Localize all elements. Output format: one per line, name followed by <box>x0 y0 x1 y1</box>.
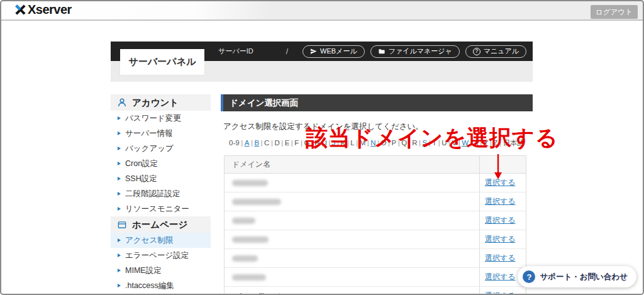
domain-table: ドメイン名 選択する選択する選択する選択する選択する選択するsabamojiin… <box>224 155 526 295</box>
select-domain-link[interactable]: 選択する <box>485 234 516 245</box>
server-panel-band: サーバーID / WEBメールファイルマネージャ?マニュアル サーバーパネル <box>111 42 533 82</box>
select-domain-link[interactable]: 選択する <box>485 215 516 226</box>
page-title: ドメイン選択画面 <box>221 94 533 111</box>
sidebar-item-サーバー情報[interactable]: サーバー情報 <box>111 126 211 141</box>
browser-icon <box>117 220 127 230</box>
blurred-domain-name <box>232 218 255 224</box>
sidebar-item-label: .htaccess編集 <box>125 281 174 291</box>
select-domain-link[interactable]: 選択する <box>485 196 516 207</box>
send-icon <box>310 48 317 55</box>
sidebar-item-label: パスワード変更 <box>125 113 181 124</box>
support-button-label: サポート・お問い合わせ <box>540 272 628 282</box>
server-id-label: サーバーID <box>218 47 253 56</box>
blurred-domain-name <box>232 180 268 186</box>
sidebar-item-label: リソースモニター <box>125 204 189 214</box>
chevron-right-icon <box>118 162 121 165</box>
toolbar-button-マニュアル[interactable]: ?マニュアル <box>465 45 526 58</box>
sidebar-item-label: エラーページ設定 <box>125 250 189 261</box>
filter-letter-B[interactable]: B <box>254 139 259 147</box>
xserver-logo-icon <box>14 3 27 16</box>
sidebar-item-Cron設定[interactable]: Cron設定 <box>111 156 211 171</box>
toolbar-button-ファイルマネージャ[interactable]: ファイルマネージャ <box>370 45 460 58</box>
chevron-right-icon <box>118 116 121 120</box>
filter-separator: | <box>259 139 264 147</box>
select-domain-link[interactable]: 選択する <box>485 253 516 264</box>
blurred-domain-name <box>232 199 281 205</box>
toolbar-button-label: マニュアル <box>484 47 519 56</box>
filter-separator: | <box>240 139 245 147</box>
table-row: sabamojiin.net選択する <box>225 287 526 295</box>
sidebar: アカウントパスワード変更サーバー情報バックアップCron設定SSH設定二段階認証… <box>111 94 211 295</box>
filter-letter-D: D <box>274 139 279 147</box>
question-icon: ? <box>473 48 480 55</box>
sidebar-item-label: アクセス制限 <box>125 235 173 246</box>
domain-column-header: ドメイン名 <box>225 156 479 173</box>
sidebar-section-title: ホームページ <box>132 219 187 231</box>
xserver-logo: Xserver <box>14 0 72 19</box>
table-row: 選択する <box>225 211 526 230</box>
sidebar-item-SSH設定[interactable]: SSH設定 <box>111 171 211 186</box>
table-row: 選択する <box>225 249 526 268</box>
logout-button[interactable]: ログアウト <box>591 5 638 19</box>
filter-letter-0-9: 0-9 <box>229 139 240 147</box>
chevron-right-icon <box>118 147 121 150</box>
table-row: 選択する <box>225 192 526 211</box>
toolbar-button-label: ファイルマネージャ <box>389 47 452 56</box>
support-button[interactable]: ? サポート・お問い合わせ <box>518 266 636 287</box>
user-icon <box>117 97 127 108</box>
chevron-right-icon <box>118 284 121 287</box>
chevron-right-icon <box>118 238 121 242</box>
sidebar-item-リソースモニター[interactable]: リソースモニター <box>111 201 211 216</box>
blurred-domain-name <box>232 274 266 281</box>
sidebar-section-header: アカウント <box>111 94 211 111</box>
sidebar-item-label: SSH設定 <box>125 174 157 184</box>
server-panel-title: サーバーパネル <box>120 49 204 75</box>
blurred-domain-name <box>232 255 258 262</box>
chevron-right-icon <box>118 177 121 181</box>
select-domain-link[interactable]: 選択する <box>485 272 516 282</box>
main-content: ドメイン選択画面 アクセス制限を設定するドメインを選択してください。 0-9|A… <box>221 94 533 295</box>
sidebar-section-title: アカウント <box>132 97 179 109</box>
domain-name: sabamojiin.net <box>232 292 280 295</box>
chevron-right-icon <box>118 207 121 211</box>
sidebar-item-.htaccess編集[interactable]: .htaccess編集 <box>111 278 211 293</box>
question-icon: ? <box>523 270 535 283</box>
sidebar-item-パスワード変更[interactable]: パスワード変更 <box>111 111 211 126</box>
sidebar-item-エラーページ設定[interactable]: エラーページ設定 <box>111 248 211 263</box>
select-domain-link[interactable]: 選択する <box>485 291 516 295</box>
sidebar-item-label: Cron設定 <box>125 159 158 169</box>
sidebar-item-label: サーバー情報 <box>125 128 173 139</box>
sidebar-item-label: 二段階認証設定 <box>125 189 180 199</box>
sidebar-item-二段階認証設定[interactable]: 二段階認証設定 <box>111 186 211 201</box>
site-header: Xserver ログアウト <box>0 0 644 21</box>
chevron-right-icon <box>118 131 121 135</box>
chevron-right-icon <box>118 192 121 196</box>
annotation-arrow-icon <box>492 154 504 182</box>
sidebar-item-label: MIME設定 <box>125 265 162 276</box>
breadcrumb-separator: / <box>286 47 288 56</box>
blurred-domain-name <box>232 237 269 243</box>
table-row: 選択する <box>225 268 526 287</box>
table-row: 選択する <box>225 174 526 192</box>
sidebar-item-バックアップ[interactable]: バックアップ <box>111 141 211 156</box>
toolbar-button-label: WEBメール <box>320 47 357 56</box>
chevron-right-icon <box>118 269 121 272</box>
annotation-text: 該当ドメインを選択する <box>306 126 558 148</box>
filter-separator: | <box>280 139 285 147</box>
sidebar-section-header: ホームページ <box>111 216 211 233</box>
sidebar-item-label: バックアップ <box>125 143 174 154</box>
sidebar-item-アクセス制限[interactable]: アクセス制限 <box>111 233 211 248</box>
table-header-row: ドメイン名 <box>225 156 526 174</box>
toolbar-button-WEBメール[interactable]: WEBメール <box>303 45 365 58</box>
folder-icon <box>378 48 386 55</box>
sidebar-item-MIME設定[interactable]: MIME設定 <box>111 263 211 278</box>
chevron-right-icon <box>118 253 121 257</box>
table-row: 選択する <box>225 230 526 249</box>
logo-text: Xserver <box>28 3 72 17</box>
